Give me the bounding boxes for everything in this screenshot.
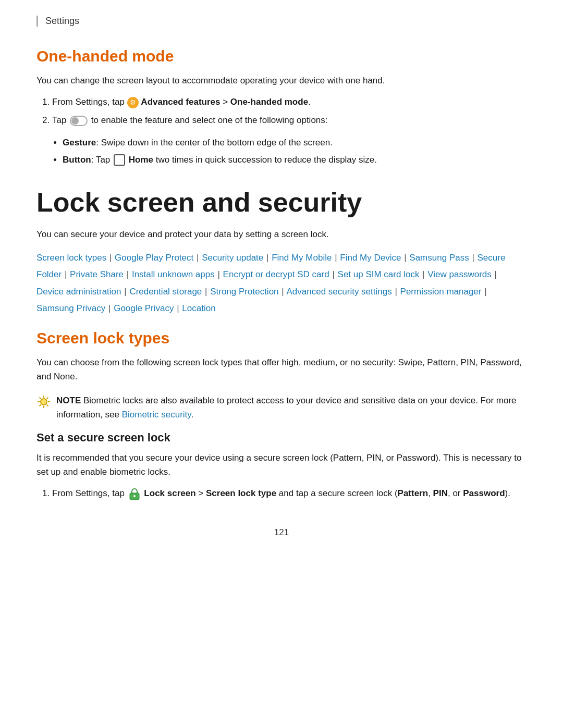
set-secure-steps: From Settings, tap Lock screen > Screen … bbox=[36, 486, 527, 501]
set-secure-lock-intro: It is recommended that you secure your d… bbox=[36, 451, 527, 479]
link-view-passwords[interactable]: View passwords bbox=[427, 269, 492, 279]
svg-line-6 bbox=[47, 404, 48, 406]
link-strong-protection[interactable]: Strong Protection bbox=[210, 287, 278, 297]
advanced-features-icon: ⚙ bbox=[127, 97, 139, 108]
one-handed-mode-bullets: Gesture: Swipe down in the center of the… bbox=[36, 135, 527, 168]
lock-screen-title: Lock screen and security bbox=[36, 187, 527, 218]
set-secure-step-1: From Settings, tap Lock screen > Screen … bbox=[52, 486, 527, 501]
one-handed-mode-intro: You can change the screen layout to acco… bbox=[36, 73, 527, 88]
one-handed-mode-section: One-handed mode You can change the scree… bbox=[36, 47, 527, 168]
screen-lock-types-title: Screen lock types bbox=[36, 329, 527, 347]
lock-screen-intro: You can secure your device and protect y… bbox=[36, 227, 527, 241]
one-handed-mode-title: One-handed mode bbox=[36, 47, 527, 65]
link-location[interactable]: Location bbox=[182, 303, 215, 313]
svg-line-7 bbox=[47, 397, 48, 399]
link-advanced-security-settings[interactable]: Advanced security settings bbox=[286, 287, 391, 297]
note-label: NOTE bbox=[56, 396, 81, 405]
link-find-my-mobile[interactable]: Find My Mobile bbox=[272, 253, 332, 263]
note-box: NOTE Biometric locks are also available … bbox=[36, 393, 527, 422]
link-samsung-privacy[interactable]: Samsung Privacy bbox=[36, 303, 105, 313]
note-period: . bbox=[191, 410, 194, 419]
screen-lock-types-section: Screen lock types You can choose from th… bbox=[36, 329, 527, 422]
lock-screen-section: Lock screen and security You can secure … bbox=[36, 187, 527, 317]
link-install-unknown-apps[interactable]: Install unknown apps bbox=[132, 269, 215, 279]
link-samsung-pass[interactable]: Samsung Pass bbox=[409, 253, 469, 263]
link-sim-card-lock[interactable]: Set up SIM card lock bbox=[338, 269, 420, 279]
svg-line-8 bbox=[40, 404, 41, 406]
svg-point-10 bbox=[133, 495, 136, 497]
screen-lock-types-intro: You can choose from the following screen… bbox=[36, 355, 527, 384]
biometric-security-link[interactable]: Biometric security bbox=[122, 410, 191, 419]
step-2: Tap to enable the feature and select one… bbox=[52, 113, 527, 128]
one-handed-mode-steps: From Settings, tap ⚙ Advanced features >… bbox=[36, 95, 527, 128]
link-find-my-device[interactable]: Find My Device bbox=[340, 253, 401, 263]
lock-screen-links: Screen lock types | Google Play Protect … bbox=[36, 250, 527, 317]
set-secure-lock-section: Set a secure screen lock It is recommend… bbox=[36, 431, 527, 501]
note-content: NOTE Biometric locks are also available … bbox=[56, 393, 527, 422]
link-private-share[interactable]: Private Share bbox=[70, 269, 124, 279]
home-icon bbox=[114, 154, 125, 166]
note-sun-icon bbox=[36, 394, 51, 412]
button-bullet: Button: Tap Home two times in quick succ… bbox=[63, 153, 527, 168]
link-credential-storage[interactable]: Credential storage bbox=[129, 287, 202, 297]
link-google-privacy[interactable]: Google Privacy bbox=[114, 303, 174, 313]
set-secure-lock-title: Set a secure screen lock bbox=[36, 431, 527, 445]
svg-line-5 bbox=[40, 397, 41, 399]
link-screen-lock-types[interactable]: Screen lock types bbox=[36, 253, 106, 263]
link-device-administration[interactable]: Device administration bbox=[36, 287, 121, 297]
link-encrypt-sd-card[interactable]: Encrypt or decrypt SD card bbox=[223, 269, 329, 279]
svg-point-0 bbox=[41, 399, 47, 405]
link-permission-manager[interactable]: Permission manager bbox=[400, 287, 482, 297]
link-google-play-protect[interactable]: Google Play Protect bbox=[115, 253, 193, 263]
step-1: From Settings, tap ⚙ Advanced features >… bbox=[52, 95, 527, 110]
link-security-update[interactable]: Security update bbox=[202, 253, 263, 263]
gesture-bullet: Gesture: Swipe down in the center of the… bbox=[63, 135, 527, 151]
page-header: Settings bbox=[36, 16, 527, 27]
toggle-icon bbox=[70, 116, 88, 126]
page-number: 121 bbox=[36, 527, 527, 538]
lock-screen-icon bbox=[129, 488, 140, 500]
